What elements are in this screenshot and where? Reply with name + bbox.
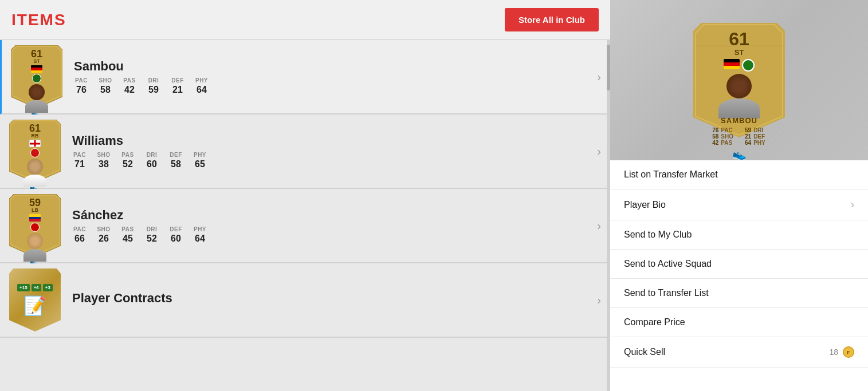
chevron-right-icon: › [591,294,601,307]
preview-position: ST [735,48,744,57]
quick-sell-amount: 18 [829,347,838,357]
send-to-active-squad-button[interactable]: Send to Active Squad [610,250,868,279]
club-badge-sanchez [30,223,40,232]
card-content-williams: 61 RB 👟 [9,120,61,183]
page-title: ITEMS [11,11,66,29]
player-card-sambou: 61 ST 👟 [11,45,62,108]
chevron-right-icon: › [591,219,601,232]
preview-rating: 61 [729,30,749,48]
quick-sell-button[interactable]: Quick Sell 18 F [610,337,868,368]
quick-sell-label: Quick Sell [624,347,665,357]
preview-stats-grid: 76 PAC 59 DRI 58 SHO 21 [712,127,766,146]
list-item[interactable]: +15 +6 +3 📝 Player Contracts › [0,263,610,338]
contracts-info: Player Contracts [72,291,591,309]
contracts-label: Player Contracts [72,291,591,306]
send-to-transfer-list-button[interactable]: Send to Transfer List [610,279,868,308]
player-bio-label: Player Bio [624,200,666,210]
card-content-sanchez: 59 LB 👟 [9,194,61,257]
list-on-transfer-market-button[interactable]: List on Transfer Market [610,160,868,189]
preview-flags [724,59,755,72]
contracts-badges: +15 +6 +3 [17,284,53,291]
player-preview: 61 ST SAMBOU 76 PAC [610,0,868,160]
contracts-card: +15 +6 +3 📝 [9,268,61,331]
send-to-my-club-button[interactable]: Send to My Club [610,220,868,250]
list-on-transfer-market-label: List on Transfer Market [624,169,718,180]
list-item[interactable]: 61 ST 👟 Sambou PAC [0,40,610,114]
contracts-icon: 📝 [23,295,46,317]
player-info-williams: Williams PAC SHO PAS DRI DEF PHY 71 38 5… [72,133,591,169]
chevron-right-icon: › [851,199,854,211]
items-list: 61 ST 👟 Sambou PAC [0,40,610,391]
compare-price-label: Compare Price [624,317,685,327]
chevron-right-icon: › [591,70,601,84]
player-image-sambou [22,84,52,112]
stats-values-sambou: 76 58 42 59 21 64 [74,85,591,95]
preview-card-content: 61 ST SAMBOU 76 PAC [693,23,785,137]
send-to-active-squad-label: Send to Active Squad [624,259,712,269]
flag-germany [31,65,42,73]
list-item[interactable]: 59 LB 👟 Sánchez PAC SHO [0,189,610,263]
stats-labels-sanchez: PAC SHO PAS DRI DEF PHY [72,226,591,232]
card-content-sambou: 61 ST 👟 [11,45,62,108]
player-card-williams: 61 RB 👟 [9,120,61,183]
list-item[interactable]: 61 RB 👟 W [0,114,610,189]
player-info-sambou: Sambou PAC SHO PAS DRI DEF PHY 76 58 42 … [74,59,591,95]
left-panel: ITEMS Store All in Club 61 ST [0,0,610,391]
stats-labels-williams: PAC SHO PAS DRI DEF PHY [72,152,591,158]
store-all-button[interactable]: Store All in Club [505,8,599,31]
player-card-sanchez: 59 LB 👟 [9,194,61,257]
right-panel: 61 ST SAMBOU 76 PAC [610,0,868,391]
flag-colombia [29,214,41,222]
preview-name: SAMBOU [721,116,757,125]
chevron-right-icon: › [591,145,601,158]
player-name-williams: Williams [72,133,591,148]
flag-england [29,140,41,147]
compare-price-button[interactable]: Compare Price [610,308,868,337]
stats-values-sanchez: 66 26 45 52 60 64 [72,234,591,244]
preview-flag-de [724,59,740,69]
club-badge-williams [30,148,40,157]
club-badge-sambou [32,74,41,83]
coin-icon: F [843,346,854,358]
player-info-sanchez: Sánchez PAC SHO PAS DRI DEF PHY 66 26 45… [72,208,591,244]
player-bio-button[interactable]: Player Bio › [610,189,868,220]
items-header: ITEMS Store All in Club [0,0,610,40]
stats-labels-sambou: PAC SHO PAS DRI DEF PHY [74,77,591,84]
send-to-my-club-label: Send to My Club [624,230,692,240]
preview-club-badge [742,59,755,72]
preview-player-body [710,74,768,119]
player-image-sanchez [20,233,50,260]
preview-boot-icon: 👟 [732,147,747,160]
send-to-transfer-list-label: Send to Transfer List [624,288,709,298]
stats-values-williams: 71 38 52 60 58 65 [72,159,591,169]
preview-card: 61 ST SAMBOU 76 PAC [693,23,785,137]
quick-sell-value: 18 F [829,346,854,358]
preview-card-container: 61 ST SAMBOU 76 PAC [610,0,868,160]
player-name-sanchez: Sánchez [72,208,591,223]
player-image-williams [20,159,50,186]
player-name-sambou: Sambou [74,59,591,74]
action-menu: List on Transfer Market Player Bio › Sen… [610,160,868,391]
svg-text:F: F [847,350,850,356]
